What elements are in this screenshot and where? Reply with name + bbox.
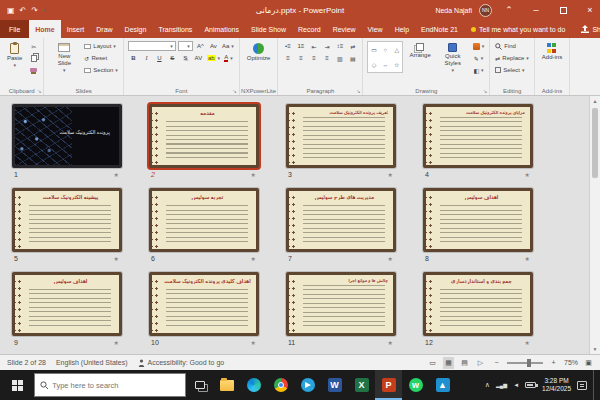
- chrome-icon[interactable]: [267, 370, 294, 400]
- cut-button[interactable]: ✂: [28, 41, 39, 51]
- whatsapp-icon[interactable]: w: [402, 370, 429, 400]
- columns-button[interactable]: ▥: [334, 53, 345, 63]
- slide-thumbnail-5[interactable]: پیشینه الکترونیک سلامت: [12, 188, 122, 252]
- italic-button[interactable]: I: [141, 53, 152, 63]
- transition-star-icon[interactable]: ★: [114, 171, 119, 178]
- powerpoint-icon[interactable]: P: [375, 370, 402, 400]
- tab-view[interactable]: View: [362, 20, 389, 38]
- transition-star-icon[interactable]: ★: [251, 171, 256, 178]
- avatar[interactable]: NN: [479, 4, 492, 17]
- decrease-font-size-button[interactable]: Av: [208, 41, 219, 51]
- shapes-gallery[interactable]: ▭ ○ △ ◇ ↔ ☆: [367, 41, 403, 73]
- align-left-button[interactable]: ≡: [282, 53, 293, 63]
- align-right-button[interactable]: ≡: [308, 53, 319, 63]
- font-dialog-launcher[interactable]: ↘: [233, 88, 237, 94]
- addins-button[interactable]: Add-ins: [539, 41, 565, 62]
- slide-thumbnail-3[interactable]: تعریف پرونده الکترونیک سلامت: [286, 104, 396, 168]
- close-button[interactable]: ×: [580, 0, 600, 20]
- decrease-indent-button[interactable]: ⇤: [308, 41, 319, 51]
- text-shadow-button[interactable]: S: [180, 53, 191, 63]
- transition-star-icon[interactable]: ★: [114, 339, 119, 346]
- tab-home[interactable]: Home: [29, 20, 60, 38]
- replace-button[interactable]: ⇄Replace▾: [494, 53, 530, 63]
- tab-animations[interactable]: Animations: [198, 20, 245, 38]
- reading-view-button[interactable]: ▤: [459, 357, 470, 369]
- transition-star-icon[interactable]: ★: [525, 255, 530, 262]
- zoom-in-button[interactable]: +: [548, 357, 559, 369]
- text-direction-button[interactable]: ⇄: [347, 41, 358, 51]
- tab-draw[interactable]: Draw: [90, 20, 118, 38]
- paragraph-dialog-launcher[interactable]: ↘: [356, 88, 360, 94]
- zoom-slider-thumb[interactable]: [527, 359, 531, 367]
- slide-thumbnail-10[interactable]: اهداف کلیدی پرونده الکترونیک سلامت: [149, 272, 259, 336]
- font-color-button[interactable]: A▾: [223, 53, 234, 63]
- optimize-button[interactable]: Optimize: [244, 41, 274, 63]
- tell-me-box[interactable]: Tell me what you want to do: [464, 20, 572, 38]
- slide-thumbnail-2[interactable]: مقدمه: [149, 104, 259, 168]
- new-slide-button[interactable]: New Slide ▾: [48, 41, 80, 75]
- taskbar-clock[interactable]: 3:28 PM 12/4/2025: [542, 377, 571, 393]
- justify-button[interactable]: ≡: [321, 53, 332, 63]
- zoom-out-button[interactable]: −: [491, 357, 502, 369]
- increase-font-size-button[interactable]: A^: [195, 41, 206, 51]
- align-text-button[interactable]: ▤: [347, 53, 358, 63]
- zoom-percentage[interactable]: 75%: [564, 359, 578, 366]
- numbering-button[interactable]: 1≡: [295, 41, 306, 51]
- strikethrough-button[interactable]: S: [167, 53, 178, 63]
- tab-design[interactable]: Design: [119, 20, 153, 38]
- minimize-button[interactable]: –: [526, 0, 546, 20]
- diamond-shape-icon[interactable]: ◇: [372, 61, 377, 68]
- redo-icon[interactable]: ↷: [31, 6, 38, 15]
- battery-icon[interactable]: [525, 382, 536, 388]
- character-spacing-button[interactable]: AV: [193, 53, 204, 63]
- rectangle-shape-icon[interactable]: ▭: [371, 46, 377, 53]
- hidden-icons-chevron-icon[interactable]: ∧: [485, 381, 490, 389]
- transition-star-icon[interactable]: ★: [525, 171, 530, 178]
- underline-button[interactable]: U: [154, 53, 165, 63]
- slide-sorter-view-button[interactable]: ▦: [443, 357, 454, 369]
- clipboard-dialog-launcher[interactable]: ↘: [37, 88, 41, 94]
- photos-icon[interactable]: ▲: [429, 370, 456, 400]
- slide-thumbnail-11[interactable]: چالش ها و موانع اجرا: [286, 272, 396, 336]
- transition-star-icon[interactable]: ★: [388, 171, 393, 178]
- action-center-icon[interactable]: [577, 381, 587, 390]
- section-button[interactable]: Section▾: [83, 65, 119, 75]
- font-name-combo[interactable]: ▾: [128, 41, 176, 51]
- save-icon[interactable]: ▣: [7, 6, 15, 15]
- slide-thumbnail-9[interactable]: اهداف سوئیس: [12, 272, 122, 336]
- select-button[interactable]: Select▾: [494, 65, 525, 75]
- share-button[interactable]: Share: [572, 20, 600, 38]
- slide-thumbnail-7[interactable]: مدیریت های طرح سوئیس: [286, 188, 396, 252]
- task-view-icon[interactable]: [186, 370, 213, 400]
- volume-icon[interactable]: ◄: [513, 382, 519, 388]
- paste-button[interactable]: Paste ▾: [4, 41, 25, 70]
- format-painter-button[interactable]: [28, 65, 39, 75]
- slide-thumbnail-4[interactable]: مزایای پرونده الکترونیک سلامت: [423, 104, 533, 168]
- slide-show-button[interactable]: ▷: [475, 357, 486, 369]
- shape-fill-button[interactable]: ▾: [472, 41, 486, 51]
- taskbar-search-input[interactable]: [52, 381, 180, 390]
- language-indicator[interactable]: English (United States): [56, 359, 128, 366]
- tab-file[interactable]: File: [0, 20, 29, 38]
- scroll-up-arrow-icon[interactable]: ▲: [590, 98, 600, 104]
- telegram-icon[interactable]: [294, 370, 321, 400]
- slide-thumbnail-12[interactable]: جمع بندی و استانداردسازی: [423, 272, 533, 336]
- normal-view-button[interactable]: ▭: [427, 357, 438, 369]
- tab-endnote-21[interactable]: EndNote 21: [415, 20, 464, 38]
- tab-help[interactable]: Help: [389, 20, 415, 38]
- slide-thumbnail-8[interactable]: اهداف سوئیس: [423, 188, 533, 252]
- transition-star-icon[interactable]: ★: [251, 255, 256, 262]
- scroll-down-arrow-icon[interactable]: ▼: [590, 346, 600, 352]
- accessibility-status[interactable]: Accessibility: Good to go: [138, 359, 225, 367]
- transition-star-icon[interactable]: ★: [114, 255, 119, 262]
- shape-effects-button[interactable]: ◧▾: [472, 65, 486, 75]
- quick-styles-button[interactable]: Quick Styles ▾: [437, 41, 469, 75]
- transition-star-icon[interactable]: ★: [525, 339, 530, 346]
- undo-icon[interactable]: ↶: [20, 6, 27, 15]
- transition-star-icon[interactable]: ★: [251, 339, 256, 346]
- increase-indent-button[interactable]: ⇥: [321, 41, 332, 51]
- arrow-shape-icon[interactable]: ↔: [382, 62, 388, 68]
- reset-button[interactable]: ↺Reset: [83, 53, 119, 63]
- star-shape-icon[interactable]: ☆: [394, 61, 399, 68]
- bold-button[interactable]: B: [128, 53, 139, 63]
